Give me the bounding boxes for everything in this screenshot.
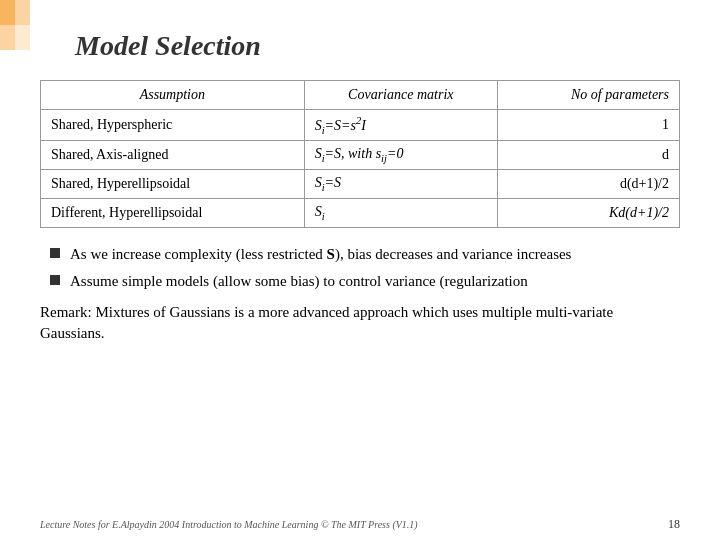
deco-block-3 [0,25,15,50]
covariance-cell: Si [304,199,497,228]
covariance-cell: Si=S, with sij=0 [304,141,497,170]
covariance-cell: Si=S [304,170,497,199]
page: Model Selection Assumption Covariance ma… [0,0,720,540]
assumption-cell: Shared, Hyperspheric [41,110,305,141]
params-cell: d(d+1)/2 [497,170,679,199]
deco-block-1 [0,0,15,25]
page-title: Model Selection [75,30,680,62]
bullet-icon [50,275,60,285]
footer: Lecture Notes for E.Alpaydin 2004 Introd… [40,517,680,532]
params-cell: 1 [497,110,679,141]
assumption-cell: Different, Hyperellipsoidal [41,199,305,228]
deco-block-2 [15,0,30,25]
params-cell: Kd(d+1)/2 [497,199,679,228]
covariance-math: Si=S=s2I [315,118,366,133]
col-header-assumption: Assumption [41,81,305,110]
bullet-icon [50,248,60,258]
params-cell: d [497,141,679,170]
footer-citation: Lecture Notes for E.Alpaydin 2004 Introd… [40,519,418,530]
col-header-params: No of parameters [497,81,679,110]
assumption-cell: Shared, Axis-aligned [41,141,305,170]
remark-text: Remark: Mixtures of Gaussians is a more … [40,302,680,344]
params-math: Kd(d+1)/2 [609,205,669,220]
deco-block-4 [15,25,30,50]
decorative-blocks [0,0,30,50]
table-row: Different, Hyperellipsoidal Si Kd(d+1)/2 [41,199,680,228]
page-number: 18 [668,517,680,532]
table-row: Shared, Hyperspheric Si=S=s2I 1 [41,110,680,141]
table-row: Shared, Hyperellipsoidal Si=S d(d+1)/2 [41,170,680,199]
assumption-cell: Shared, Hyperellipsoidal [41,170,305,199]
bullet-item-2: Assume simple models (allow some bias) t… [50,271,680,292]
covariance-math: Si=S [315,175,341,190]
col-header-covariance: Covariance matrix [304,81,497,110]
bullet-text-1: As we increase complexity (less restrict… [70,244,571,265]
covariance-math: Si=S, with sij=0 [315,146,404,161]
covariance-cell: Si=S=s2I [304,110,497,141]
bullet-list: As we increase complexity (less restrict… [40,244,680,292]
table-row: Shared, Axis-aligned Si=S, with sij=0 d [41,141,680,170]
covariance-math: Si [315,204,325,219]
model-table: Assumption Covariance matrix No of param… [40,80,680,228]
bullet-item-1: As we increase complexity (less restrict… [50,244,680,265]
bullet-text-2: Assume simple models (allow some bias) t… [70,271,528,292]
table-header-row: Assumption Covariance matrix No of param… [41,81,680,110]
